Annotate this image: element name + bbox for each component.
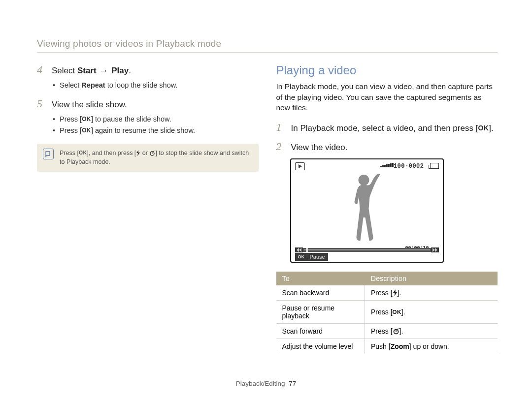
text: ]. <box>399 327 403 335</box>
table-row: Scan backward Press []. <box>276 285 498 301</box>
step-4-text: Select Start → Play. <box>52 65 131 77</box>
text: to loop the slide show. <box>105 81 178 89</box>
text: ]. <box>398 289 401 297</box>
text: In Playback mode, select a video, and th… <box>291 123 478 133</box>
cell-to: Scan backward <box>276 285 365 301</box>
rewind-icon <box>295 247 303 252</box>
text: ], and then press [ <box>87 150 136 156</box>
cell-desc: Press []. <box>365 285 498 301</box>
table-header-to: To <box>276 272 365 285</box>
section-intro: In Playback mode, you can view a video, … <box>276 81 498 113</box>
controls-table: To Description Scan backward Press []. P… <box>276 272 498 354</box>
bullet-item: Press [OK] to pause the slide show. <box>53 114 259 124</box>
text: ] up or down. <box>409 342 449 350</box>
text: Select <box>52 66 77 75</box>
step-number: 5 <box>37 98 47 109</box>
cell-desc: Press []. <box>365 323 498 339</box>
bullet-item: Press [OK] again to resume the slide sho… <box>53 125 259 136</box>
text: Pause <box>310 254 325 260</box>
ok-button-label: OK <box>393 309 401 315</box>
volume-bars-icon <box>380 163 394 167</box>
right-column: Playing a video In Playback mode, you ca… <box>276 63 498 354</box>
text: ] again to resume the slide show. <box>91 126 195 134</box>
step-5-bullets: Press [OK] to pause the slide show. Pres… <box>53 114 259 136</box>
screen-topbar: 100-0002 <box>291 159 443 169</box>
left-column: 4 Select Start → Play. Select Repeat to … <box>37 63 259 354</box>
table-row: Adjust the volume level Push [Zoom] up o… <box>276 339 498 354</box>
video-screen-mockup: 100-0002 00:00:10 OK Pau <box>290 158 444 263</box>
text: Press [ <box>371 308 393 316</box>
text: or <box>140 150 149 156</box>
text: Press [ <box>60 115 82 123</box>
step-4: 4 Select Start → Play. <box>37 64 259 77</box>
timer-icon <box>393 328 399 335</box>
table-row: Scan forward Press []. <box>276 323 498 339</box>
person-silhouette <box>342 173 387 245</box>
flash-icon <box>136 150 140 156</box>
video-progress-bar <box>295 248 439 252</box>
step-5-text: View the slide show. <box>52 99 127 111</box>
bold: Play <box>111 66 129 75</box>
svg-point-1 <box>358 175 369 185</box>
cell-to: Adjust the volume level <box>276 339 365 354</box>
ok-button-label: OK <box>82 116 91 123</box>
page-number: 77 <box>289 380 296 387</box>
step-number: 1 <box>276 122 286 133</box>
text: Select <box>60 81 81 89</box>
progress-handle <box>306 248 308 252</box>
footer-section: Playback/Editing <box>236 380 285 387</box>
step-1-text: In Playback mode, select a video, and th… <box>291 123 494 134</box>
step-number: 4 <box>37 64 47 75</box>
note-callout: Press [OK], and then press [ or ] to sto… <box>37 144 259 171</box>
text: ]. <box>489 123 493 133</box>
play-mode-icon <box>295 162 305 170</box>
pause-label: OK Pause <box>295 253 328 261</box>
text: Press [ <box>60 126 82 134</box>
file-counter: 100-0002 <box>394 163 424 170</box>
text: . <box>129 66 131 75</box>
table-header-description: Description <box>365 272 498 285</box>
step-5: 5 View the slide show. <box>37 98 259 111</box>
page-footer: Playback/Editing 77 <box>0 380 532 387</box>
cell-desc: Push [Zoom] up or down. <box>365 339 498 354</box>
timer-icon <box>149 150 155 156</box>
bold: Repeat <box>81 81 105 89</box>
cell-to: Pause or resume playback <box>276 300 365 323</box>
section-heading: Playing a video <box>276 63 498 77</box>
text: Press [ <box>371 327 393 335</box>
arrow-icon: → <box>97 66 111 75</box>
ok-button-label: OK <box>82 127 91 134</box>
step-2: 2 View the video. <box>276 141 498 154</box>
progress-track <box>304 249 430 250</box>
step-1: 1 In Playback mode, select a video, and … <box>276 122 498 134</box>
page-header-title: Viewing photos or videos in Playback mod… <box>37 38 498 49</box>
bold: Zoom <box>391 342 409 350</box>
text: ]. <box>401 308 405 316</box>
ok-button-label: OK <box>298 254 305 259</box>
card-icon <box>430 163 439 169</box>
step-number: 2 <box>276 141 286 152</box>
step-2-text: View the video. <box>291 142 348 154</box>
text: Press [ <box>60 150 79 156</box>
text: ] to pause the slide show. <box>91 115 171 123</box>
table-row: Pause or resume playback Press [OK]. <box>276 300 498 323</box>
bold: Start <box>77 66 97 75</box>
text: Push [ <box>371 342 391 350</box>
bullet-item: Select Repeat to loop the slide show. <box>53 80 259 91</box>
ok-button-label: OK <box>79 150 87 155</box>
step-4-bullets: Select Repeat to loop the slide show. <box>53 80 259 91</box>
flash-icon <box>393 289 398 296</box>
forward-icon <box>431 247 439 252</box>
text: Press [ <box>371 289 393 297</box>
note-icon <box>43 149 54 159</box>
cell-desc: Press [OK]. <box>365 300 498 323</box>
ok-button-label: OK <box>478 124 489 132</box>
cell-to: Scan forward <box>276 323 365 339</box>
header-rule <box>37 52 498 53</box>
